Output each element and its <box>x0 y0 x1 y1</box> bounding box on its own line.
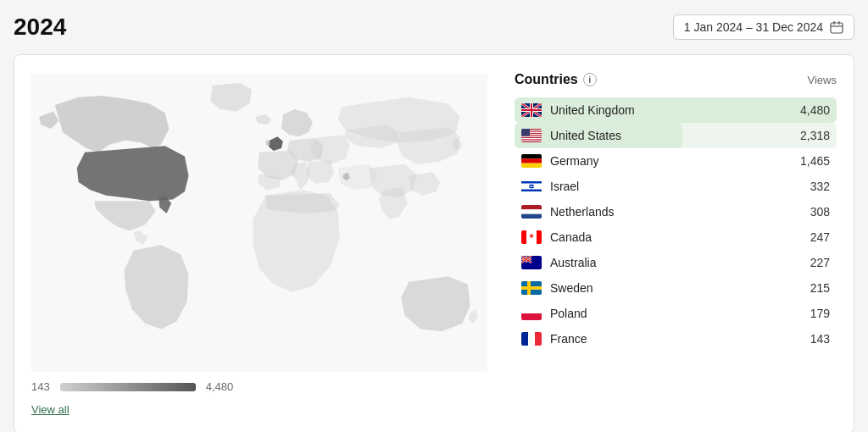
country-views: 179 <box>810 307 830 320</box>
country-row: Sweden215 <box>515 275 837 301</box>
calendar-icon <box>830 20 843 34</box>
svg-rect-19 <box>521 138 542 139</box>
countries-header: Countries i Views <box>515 72 837 87</box>
country-flag <box>521 129 542 142</box>
view-all-link[interactable]: View all <box>31 403 487 416</box>
country-name: Israel <box>550 180 810 193</box>
country-views: 308 <box>810 205 830 219</box>
world-map-svg <box>31 72 487 374</box>
country-views: 2,318 <box>800 129 830 142</box>
country-flag <box>521 332 542 346</box>
country-flag <box>521 154 542 168</box>
country-views: 4,480 <box>800 103 830 117</box>
country-flag <box>521 230 542 244</box>
svg-rect-54 <box>535 332 542 346</box>
country-row: United Kingdom4,480 <box>515 97 837 123</box>
svg-rect-46 <box>521 259 531 260</box>
countries-title: Countries i <box>515 72 597 87</box>
country-row: Poland179 <box>515 301 837 326</box>
svg-rect-52 <box>521 332 528 346</box>
svg-rect-51 <box>521 313 542 320</box>
svg-rect-20 <box>521 141 542 141</box>
svg-rect-33 <box>521 230 526 244</box>
map-legend: 143 4,480 <box>31 380 487 393</box>
svg-rect-18 <box>521 136 542 137</box>
country-views: 143 <box>810 332 830 346</box>
country-flag <box>521 103 542 117</box>
legend-max-value: 4,480 <box>206 380 234 393</box>
countries-label: Countries <box>515 72 578 87</box>
country-name: Sweden <box>550 281 810 295</box>
country-flag <box>521 180 542 193</box>
svg-rect-26 <box>521 181 542 184</box>
legend-gradient-bar <box>60 383 196 391</box>
svg-rect-48 <box>521 286 542 290</box>
page-title: 2024 <box>14 14 66 41</box>
svg-rect-30 <box>521 205 542 209</box>
country-list: United Kingdom4,480United States2,318Ger… <box>515 97 837 352</box>
country-row: Germany1,465 <box>515 148 837 174</box>
svg-rect-22 <box>521 154 542 158</box>
svg-rect-32 <box>521 214 542 219</box>
country-name: Germany <box>550 154 800 168</box>
country-row: Netherlands308 <box>515 199 837 224</box>
country-name: France <box>550 332 810 346</box>
svg-rect-50 <box>521 307 542 313</box>
country-views: 332 <box>810 180 830 193</box>
svg-rect-23 <box>521 158 542 163</box>
svg-rect-21 <box>521 129 530 136</box>
countries-section: Countries i Views United Kingdom4,480Uni… <box>515 72 837 416</box>
legend-min-value: 143 <box>31 380 50 393</box>
country-flag <box>521 256 542 269</box>
date-range-label: 1 Jan 2024 – 31 Dec 2024 <box>684 20 823 34</box>
country-views: 1,465 <box>800 154 830 168</box>
main-card: 143 4,480 View all Countries i Views Uni… <box>14 54 854 432</box>
country-name: Australia <box>550 256 810 269</box>
country-row: France143 <box>515 326 837 352</box>
country-row: United States2,318 <box>515 123 837 148</box>
map-section: 143 4,480 View all <box>31 72 487 416</box>
svg-rect-31 <box>521 209 542 213</box>
country-flag <box>521 205 542 219</box>
svg-rect-24 <box>521 163 542 168</box>
country-flag <box>521 307 542 320</box>
page-header: 2024 1 Jan 2024 – 31 Dec 2024 <box>14 14 854 41</box>
svg-rect-0 <box>831 23 843 33</box>
country-views: 215 <box>810 281 830 295</box>
svg-rect-27 <box>521 190 542 192</box>
country-views: 227 <box>810 256 830 269</box>
country-name: Netherlands <box>550 205 810 219</box>
country-row: Israel332 <box>515 174 837 199</box>
svg-rect-49 <box>527 281 531 295</box>
info-icon[interactable]: i <box>583 73 597 86</box>
world-map <box>31 72 487 374</box>
svg-rect-35 <box>526 230 537 244</box>
country-row: Australia227 <box>515 250 837 275</box>
country-views: 247 <box>810 230 830 244</box>
svg-rect-34 <box>537 230 542 244</box>
country-flag <box>521 281 542 295</box>
country-row: Canada247 <box>515 224 837 250</box>
date-range-button[interactable]: 1 Jan 2024 – 31 Dec 2024 <box>673 14 854 40</box>
svg-rect-53 <box>528 332 535 346</box>
country-name: United States <box>550 129 800 142</box>
country-name: Poland <box>550 307 810 320</box>
country-name: United Kingdom <box>550 103 800 117</box>
views-column-label: Views <box>808 74 837 86</box>
country-name: Canada <box>550 230 810 244</box>
svg-rect-13 <box>521 109 542 111</box>
